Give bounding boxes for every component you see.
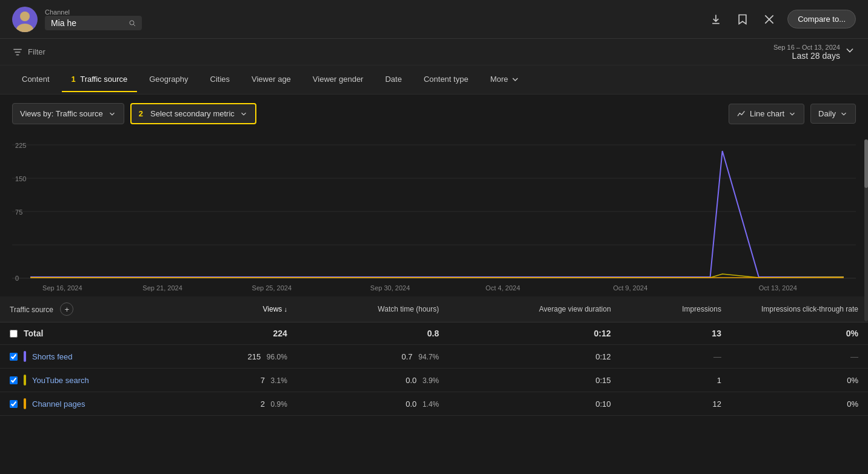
add-column-button[interactable]: + [60,302,73,316]
total-checkbox[interactable] [10,330,18,338]
table-row-channel-pages: Channel pages 2 0.9% 0.0 1.4% 0:10 12 0% [0,392,868,416]
shorts-checkbox[interactable] [10,353,18,361]
close-button[interactable] [761,11,778,28]
channel-pages-avg-duration-cell: 0:10 [449,392,621,416]
total-label-cell: Total [0,322,186,345]
yt-search-checkbox[interactable] [10,376,18,384]
secondary-metric-chevron-icon [239,110,248,118]
date-range-chevron[interactable] [844,44,856,59]
tab-content-type[interactable]: Content type [414,67,478,92]
tab-viewer-gender[interactable]: Viewer gender [303,67,373,92]
date-range-label: Sep 16 – Oct 13, 2024 [773,44,840,51]
filter-left: Filter [12,47,45,58]
compare-button[interactable]: Compare to... [787,10,856,28]
tab-traffic-source[interactable]: 1 Traffic source [62,67,138,92]
controls-right: Line chart Daily [729,104,856,124]
bookmark-button[interactable] [734,11,751,28]
total-views-cell: 224 [186,322,297,345]
table-row-total: Total 224 0.8 0:12 13 0% [0,322,868,345]
svg-point-1 [20,12,30,21]
line-chart-chevron-icon [788,110,796,118]
table-row-yt-search: YouTube search 7 3.1% 0.0 3.9% 0:15 1 0% [0,369,868,392]
table-header-row: Traffic source + Views Watch time (hours… [0,296,868,322]
svg-text:0: 0 [15,275,19,282]
tab-content[interactable]: Content [12,67,59,92]
shorts-label-cell: Shorts feed [0,345,186,369]
col-views[interactable]: Views [186,296,297,322]
download-button[interactable] [707,11,724,28]
controls-row: Views by: Traffic source 2 Select second… [0,95,868,133]
channel-pages-ctr-cell: 0% [731,392,868,416]
col-watch-time: Watch time (hours) [297,296,449,322]
yt-search-impressions-cell: 1 [621,369,731,392]
avatar [12,7,38,32]
shorts-impressions-cell: — [621,345,731,369]
svg-text:225: 225 [15,142,26,149]
search-box[interactable] [45,16,142,30]
channel-pages-color-indicator [24,398,26,409]
line-chart-svg: 225 150 75 0 Sep 16, 2024 Sep 21, 2024 S… [12,133,856,296]
shorts-watch-time-cell: 0.7 94.7% [297,345,449,369]
scrollbar-thumb[interactable] [864,139,868,188]
col-ctr: Impressions click-through rate [731,296,868,322]
channel-pages-views-cell: 2 0.9% [186,392,297,416]
yt-search-views-cell: 7 3.1% [186,369,297,392]
secondary-metric-dropdown[interactable]: 2 Select secondary metric [130,103,256,124]
total-watch-time-cell: 0.8 [297,322,449,345]
yt-search-watch-time-cell: 0.0 3.9% [297,369,449,392]
channel-pages-checkbox[interactable] [10,400,18,408]
channel-label: Channel [45,8,142,16]
tab-date[interactable]: Date [375,67,411,92]
chart-area: 225 150 75 0 Sep 16, 2024 Sep 21, 2024 S… [0,133,868,296]
shorts-link[interactable]: Shorts feed [32,352,73,361]
filter-bar: Filter Sep 16 – Oct 13, 2024 Last 28 day… [0,39,868,65]
shorts-ctr-cell: — [731,345,868,369]
tab-cities[interactable]: Cities [201,67,240,92]
svg-text:Sep 25, 2024: Sep 25, 2024 [252,284,292,292]
traffic-source-annotation: 1 [72,75,76,84]
yt-search-link[interactable]: YouTube search [32,376,89,385]
tab-viewer-age[interactable]: Viewer age [242,67,301,92]
scrollbar[interactable] [864,139,868,321]
top-bar-left: Channel [12,7,142,32]
top-bar-right: Compare to... [707,10,856,28]
tab-geography[interactable]: Geography [139,67,198,92]
tab-more[interactable]: More [481,67,530,93]
table-row-shorts: Shorts feed 215 96.0% 0.7 94.7% 0:12 — — [0,345,868,369]
shorts-views-cell: 215 96.0% [186,345,297,369]
channel-info: Channel [45,8,142,30]
line-chart-button[interactable]: Line chart [729,104,804,124]
secondary-metric-annotation: 2 [139,109,143,118]
date-range: Sep 16 – Oct 13, 2024 Last 28 days [773,44,856,61]
shorts-color-indicator [24,351,26,362]
search-icon [129,18,136,28]
top-bar: Channel Compare to... [0,0,868,39]
channel-pages-watch-time-cell: 0.0 1.4% [297,392,449,416]
channel-search-input[interactable] [51,18,124,28]
chevron-down-icon [844,44,856,56]
daily-button[interactable]: Daily [810,104,856,124]
views-by-chevron-icon [108,110,116,118]
channel-pages-impressions-cell: 12 [621,392,731,416]
svg-text:Sep 21, 2024: Sep 21, 2024 [142,284,182,292]
channel-pages-label-cell: Channel pages [0,392,186,416]
total-ctr-cell: 0% [731,322,868,345]
col-impressions: Impressions [621,296,731,322]
filter-icon [12,47,23,58]
data-table: Traffic source + Views Watch time (hours… [0,296,868,416]
table-wrapper: Traffic source + Views Watch time (hours… [0,296,868,416]
total-avg-duration-cell: 0:12 [449,322,621,345]
yt-search-label-cell: YouTube search [0,369,186,392]
col-avg-duration: Average view duration [449,296,621,322]
channel-pages-link[interactable]: Channel pages [32,399,85,409]
svg-text:Sep 30, 2024: Sep 30, 2024 [370,284,410,292]
period-label: Last 28 days [773,51,840,61]
line-chart-icon [736,109,746,119]
svg-text:75: 75 [15,209,22,216]
yt-search-avg-duration-cell: 0:15 [449,369,621,392]
views-by-dropdown[interactable]: Views by: Traffic source [12,103,124,124]
svg-text:Sep 16, 2024: Sep 16, 2024 [42,284,82,292]
col-traffic-source: Traffic source + [0,296,186,322]
daily-chevron-icon [840,110,848,118]
close-icon [763,13,775,25]
